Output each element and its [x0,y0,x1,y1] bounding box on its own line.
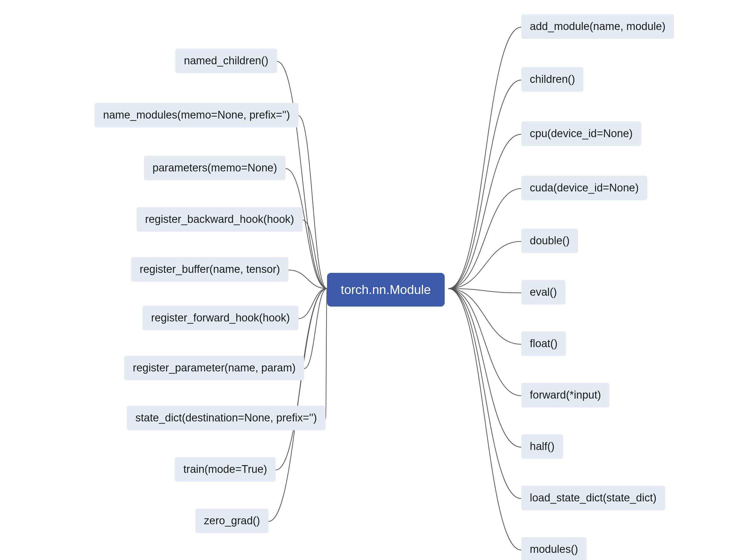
connector-right-2 [448,134,521,289]
left-node-0: named_children() [175,49,277,73]
connector-right-4 [448,241,521,289]
left-node-8: train(mode=True) [175,457,276,482]
right-node-4: double() [521,229,578,253]
connector-left-4 [289,270,327,289]
left-node-5: register_forward_hook(hook) [143,306,299,330]
connector-left-3 [303,220,327,289]
right-node-2: cpu(device_id=None) [521,121,641,146]
left-node-9: zero_grad() [195,509,269,533]
right-node-6: float() [521,331,566,356]
connector-right-3 [448,189,521,289]
right-node-9: load_state_dict(state_dict) [521,486,665,510]
left-node-4: register_buffer(name, tensor) [131,257,289,282]
connector-left-1 [299,116,327,289]
left-node-7: state_dict(destination=None, prefix='') [127,406,326,430]
right-node-8: half() [521,434,563,459]
connector-left-6 [304,289,327,369]
connector-right-7 [448,289,521,396]
left-node-6: register_parameter(name, param) [124,356,304,380]
connector-left-7 [326,289,327,419]
right-node-3: cuda(device_id=None) [521,176,647,200]
right-node-1: children() [521,67,583,92]
right-node-5: eval() [521,280,565,305]
connector-right-8 [448,289,521,447]
connector-right-6 [448,289,521,344]
right-node-10: modules() [521,537,587,560]
left-node-3: register_backward_hook(hook) [137,207,303,232]
connector-left-5 [299,289,327,319]
left-node-2: parameters(memo=None) [144,156,286,180]
connector-right-1 [448,80,521,289]
right-node-0: add_module(name, module) [521,14,674,39]
connector-right-10 [448,289,521,550]
right-node-7: forward(*input) [521,383,609,407]
connector-right-5 [448,289,521,293]
connector-right-0 [448,27,521,289]
connector-right-9 [448,289,521,499]
center-node: torch.nn.Module [327,273,445,307]
left-node-1: name_modules(memo=None, prefix='') [95,103,299,127]
